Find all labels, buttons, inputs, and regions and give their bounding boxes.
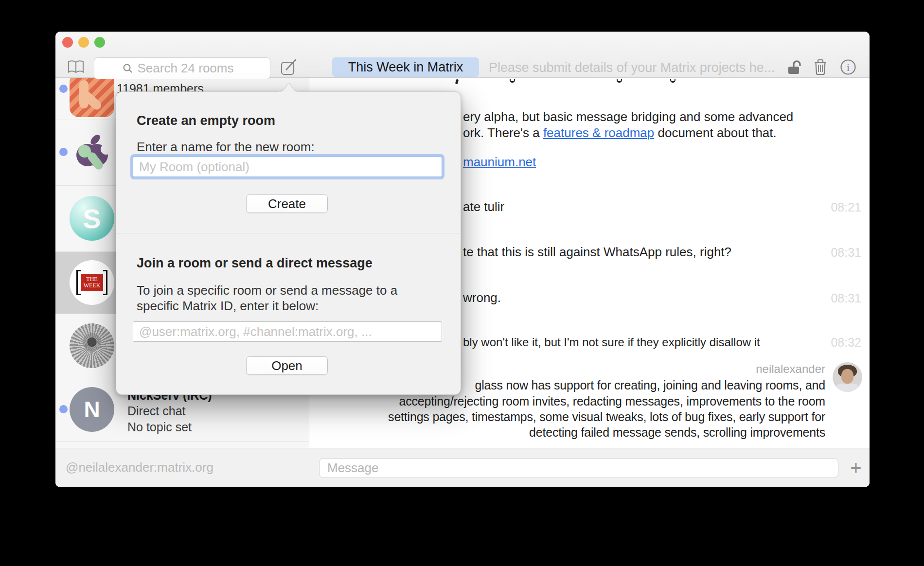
clipped-text-fragment xyxy=(617,79,622,83)
message-text: accepting/rejecting room invites, redact… xyxy=(399,394,825,408)
close-button[interactable] xyxy=(62,37,73,48)
message-text: glass now has support for creating, join… xyxy=(475,378,825,392)
message-text: te that this is still against WhatsApp r… xyxy=(463,245,731,260)
room-topic: No topic set xyxy=(127,420,192,434)
message-text: ork. There's a xyxy=(463,125,543,140)
trash-icon[interactable] xyxy=(813,58,828,77)
divider xyxy=(55,441,309,442)
unlocked-lock-icon[interactable] xyxy=(787,58,803,77)
message-text: bly won't like it, but I'm not sure if t… xyxy=(463,336,760,349)
clipped-text-fragment xyxy=(670,79,675,83)
join-room-title: Join a room or send a direct message xyxy=(137,256,373,271)
room-subtitle: Direct chat xyxy=(127,404,185,418)
message-timestamp: 08:31 xyxy=(831,291,861,305)
app-window: 11981 members S xyxy=(55,32,870,487)
maunium-link[interactable]: maunium.net xyxy=(463,155,536,170)
message-timestamp: 08:21 xyxy=(831,200,861,214)
avatar-shape xyxy=(841,369,853,384)
open-button[interactable]: Open xyxy=(246,356,328,375)
clipped-text-fragment xyxy=(510,79,515,83)
compose-icon[interactable] xyxy=(280,58,298,78)
create-button[interactable]: Create xyxy=(246,195,328,213)
desktop-background: 11981 members S xyxy=(0,0,924,566)
minimize-button[interactable] xyxy=(78,37,89,48)
message-sender-name[interactable]: neilalexander xyxy=(756,362,825,376)
message-text: detecting failed message sends, scrollin… xyxy=(529,425,825,440)
avatar-bracket xyxy=(76,270,81,295)
attach-button[interactable]: + xyxy=(844,455,868,481)
unread-dot xyxy=(59,405,68,413)
avatar-text: WEEK xyxy=(84,283,101,289)
message-text: ate tulir xyxy=(463,199,504,214)
room-search-field[interactable] xyxy=(94,57,270,79)
message-timestamp: 08:31 xyxy=(831,246,861,260)
avatar-shape xyxy=(835,384,859,392)
window-toolbar: This Week in Matrix Please submit detail… xyxy=(55,32,870,78)
room-avatar[interactable]: S xyxy=(70,196,114,241)
room-avatar[interactable]: N xyxy=(70,387,114,432)
message-text: ery alpha, but basic message bridging an… xyxy=(463,109,793,124)
message-text: ork. There's a features & roadmap docume… xyxy=(463,125,777,141)
message-timestamp: 08:32 xyxy=(831,336,861,350)
room-topic-text[interactable]: Please submit details of your Matrix pro… xyxy=(489,57,775,77)
room-name-input[interactable] xyxy=(133,157,442,177)
message-text: wrong. xyxy=(463,290,501,305)
avatar-letter: N xyxy=(84,396,100,423)
clipped-text-fragment xyxy=(455,79,459,85)
room-avatar[interactable] xyxy=(70,130,114,175)
join-room-label: To join a specific room or send a messag… xyxy=(137,283,397,314)
svg-text:i: i xyxy=(847,62,850,73)
create-room-label: Enter a name for the new room: xyxy=(137,139,315,155)
search-input[interactable] xyxy=(138,61,242,76)
message-text: document about that. xyxy=(654,125,777,140)
avatar-letter: S xyxy=(83,203,101,234)
info-icon[interactable]: i xyxy=(839,58,857,77)
message-input[interactable] xyxy=(319,458,838,478)
join-target-input[interactable] xyxy=(133,321,442,342)
reading-list-icon[interactable] xyxy=(67,60,85,76)
room-name-pill[interactable]: This Week in Matrix xyxy=(332,57,479,77)
room-avatar[interactable]: THE WEEK xyxy=(70,260,114,305)
create-room-popover: Create an empty room Enter a name for th… xyxy=(116,91,461,395)
composer-bar: + xyxy=(309,448,870,487)
features-roadmap-link[interactable]: features & roadmap xyxy=(543,125,654,140)
message-text: settings pages, timestamps, some visual … xyxy=(388,410,825,424)
room-avatar[interactable] xyxy=(70,78,114,117)
avatar-logo: THE WEEK xyxy=(81,274,103,291)
zoom-button[interactable] xyxy=(94,37,105,48)
join-room-label-line: To join a specific room or send a messag… xyxy=(137,283,397,298)
create-room-title: Create an empty room xyxy=(137,113,275,128)
unread-dot xyxy=(59,148,68,156)
unread-dot xyxy=(59,85,68,93)
avatar-bracket xyxy=(103,270,107,295)
popover-arrow xyxy=(278,80,300,94)
logged-in-user-id: @neilalexander:matrix.org xyxy=(66,448,213,487)
search-icon xyxy=(123,63,133,74)
join-room-label-line: specific Matrix ID, enter it below: xyxy=(137,299,319,313)
room-avatar[interactable] xyxy=(70,323,114,368)
sidebar-footer: @neilalexander:matrix.org xyxy=(55,448,309,487)
popover-divider xyxy=(116,233,462,233)
user-avatar[interactable] xyxy=(833,362,862,392)
